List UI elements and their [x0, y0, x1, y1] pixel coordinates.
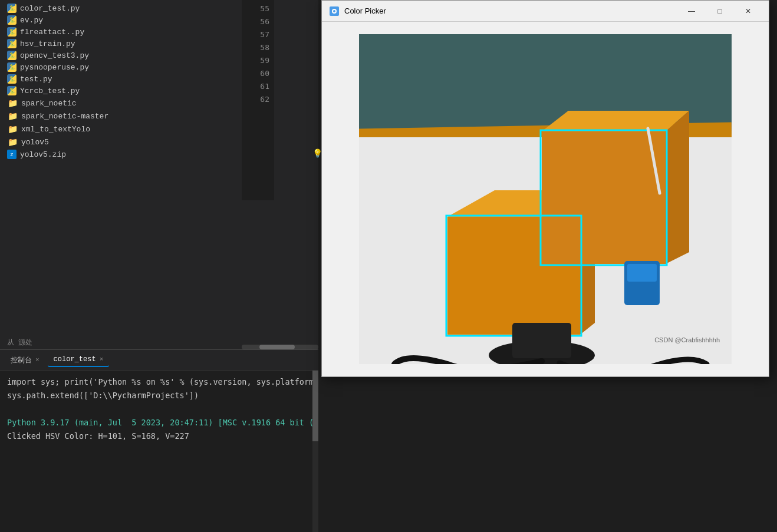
cube-back-side [666, 111, 689, 264]
window-title: Color Picker [344, 6, 678, 15]
line-60: 60 [260, 67, 269, 80]
python-icon: 🐍 [7, 51, 17, 60]
terminal-scrollbar-thumb[interactable] [312, 371, 318, 441]
close-button[interactable]: ✕ [735, 2, 762, 20]
tab-label: color_test [54, 355, 96, 364]
blue-device-screen [627, 264, 657, 282]
folder-name: xml_to_textYolo [21, 125, 90, 134]
status-hint: 从 源处 [0, 336, 242, 349]
terminal-line-5: Clicked HSV Color: H=101, S=168, V=227 [7, 429, 311, 443]
python-icon: 🐍 [7, 39, 17, 48]
window-content: CSDN @Crabfishhhhh [322, 22, 769, 376]
python-icon: 🐍 [7, 15, 17, 25]
tab-close-icon[interactable]: × [35, 356, 39, 364]
folder-name: spark_noetic-master [21, 112, 108, 121]
file-name: Ycrcb_test.py [20, 87, 80, 95]
terminal-line-2: sys.path.extend(['D:\\PycharmProjects']) [7, 389, 311, 402]
window-titlebar: Color Picker — □ ✕ [322, 1, 769, 22]
terminal-tabs: 控制台 × color_test × [0, 350, 318, 371]
folder-name: yolov5 [21, 138, 49, 147]
terminal-content: import sys; print('Python %s on %s' % (s… [0, 371, 318, 532]
tab-color-test[interactable]: color_test × [48, 353, 110, 367]
python-icon: 🐍 [7, 62, 17, 72]
color-picker-window: Color Picker — □ ✕ [321, 0, 769, 377]
folder-icon: 📁 [7, 98, 18, 108]
horizontal-scrollbar[interactable] [242, 345, 318, 349]
cube-back-top [542, 111, 689, 131]
tab-close-icon[interactable]: × [100, 356, 104, 363]
line-59: 59 [260, 54, 269, 67]
folder-name: spark_noetic [21, 99, 77, 108]
line-61: 61 [260, 80, 269, 93]
python-icon: 🐍 [7, 86, 17, 95]
file-name: pysnooperuse.py [20, 63, 89, 72]
line-57: 57 [260, 28, 269, 41]
file-name: flreattact..py [20, 28, 84, 37]
scene-svg [359, 34, 732, 364]
robot-body [512, 323, 571, 358]
python-icon: 🐍 [7, 4, 17, 13]
svg-point-2 [333, 10, 335, 12]
scrollbar-thumb[interactable] [259, 345, 295, 349]
zip-icon: Z [7, 150, 17, 159]
cube-back-front [542, 131, 666, 264]
minimize-button[interactable]: — [678, 2, 705, 20]
python-icon: 🐍 [7, 74, 17, 84]
terminal-v-scrollbar[interactable] [312, 371, 318, 532]
terminal-line-1: import sys; print('Python %s on %s' % (s… [7, 375, 311, 389]
line-numbers: 55 56 57 58 59 60 61 62 [242, 0, 274, 200]
window-controls: — □ ✕ [678, 2, 762, 20]
file-name: hsv_train.py [20, 39, 75, 48]
terminal-area: 控制台 × color_test × import sys; print('Py… [0, 349, 318, 532]
tab-console[interactable]: 控制台 × [5, 353, 45, 368]
file-name: color_test.py [20, 4, 80, 13]
watermark: CSDN @Crabfishhhhh [654, 336, 720, 343]
python-icon: 🐍 [7, 27, 17, 37]
line-56: 56 [260, 15, 269, 28]
terminal-line-4: Python 3.9.17 (main, Jul 5 2023, 20:47:1… [7, 416, 311, 429]
file-name: test.py [20, 75, 52, 84]
maximize-button[interactable]: □ [706, 2, 733, 20]
file-name: yolov5.zip [20, 150, 66, 159]
folder-icon: 📁 [7, 124, 18, 134]
line-55: 55 [260, 2, 269, 15]
folder-icon: 📁 [7, 111, 18, 121]
folder-icon: 📁 [7, 137, 18, 147]
line-62: 62 [260, 93, 269, 106]
camera-view[interactable]: CSDN @Crabfishhhhh [359, 34, 732, 364]
tab-label: 控制台 [11, 355, 32, 365]
line-58: 58 [260, 41, 269, 54]
window-app-icon [329, 6, 340, 16]
file-name: opencv_test3.py [20, 51, 89, 60]
terminal-line-3 [7, 402, 311, 416]
file-name: ev.py [20, 16, 43, 25]
